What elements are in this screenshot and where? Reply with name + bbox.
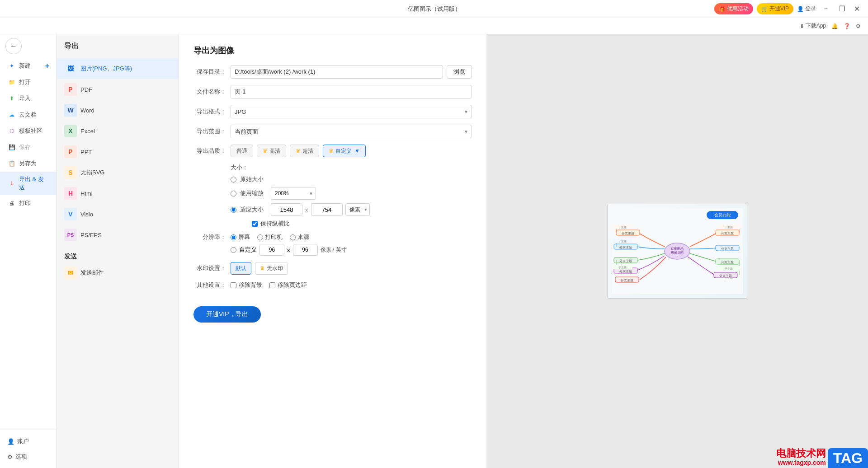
res-printer: 打印机: [257, 233, 283, 241]
sidebar-item-account-label: 账户: [17, 437, 29, 445]
quality-normal-btn[interactable]: 普通: [231, 145, 253, 157]
help-button[interactable]: ❓: [844, 23, 850, 29]
account-icon: 👤: [7, 438, 14, 445]
back-button[interactable]: ←: [5, 38, 22, 54]
settings-toolbar-button[interactable]: ⚙: [856, 23, 861, 29]
source-radio[interactable]: [290, 234, 296, 240]
promo-button[interactable]: 🎁 优惠活动: [714, 3, 753, 14]
printer-radio[interactable]: [257, 234, 263, 240]
sidebar-item-new[interactable]: ✦ 新建 +: [0, 58, 57, 74]
quality-group: 普通 ♛ 高清 ♛ 超清 ♛ 自定义 ▼: [231, 145, 366, 157]
range-select[interactable]: 当前页面 所有页面 选中内容: [231, 125, 472, 138]
export-item-pseps[interactable]: PS PS/EPS: [57, 225, 179, 245]
scale-size-radio[interactable]: [231, 191, 236, 197]
sidebar-item-account[interactable]: 👤 账户: [0, 434, 57, 449]
scale-size-label[interactable]: 使用缩放: [240, 189, 264, 197]
quality-ultra-btn[interactable]: ♛ 超清: [290, 145, 319, 157]
custom-res-label[interactable]: 自定义: [239, 246, 257, 254]
scale-select[interactable]: 200% 100% 150% 300%: [271, 187, 316, 200]
keep-ratio-label[interactable]: 保持纵横比: [260, 220, 290, 228]
filename-input[interactable]: [231, 85, 472, 98]
sidebar-item-saveas[interactable]: 📋 另存为: [0, 155, 57, 172]
download-app-button[interactable]: ⬇ 下载App: [800, 22, 826, 30]
no-watermark-btn[interactable]: ♛ 无水印: [255, 262, 288, 275]
quality-high-btn[interactable]: ♛ 高清: [257, 145, 286, 157]
remove-bg-checkbox[interactable]: [231, 282, 236, 288]
send-section-title: 发送: [64, 253, 77, 260]
export-vip-button[interactable]: 开通VIP，导出: [193, 306, 261, 323]
format-select[interactable]: JPG PNG BMP TIFF SVG: [231, 105, 472, 118]
svg-export-icon: S: [64, 166, 77, 179]
custom-res-radio[interactable]: [231, 247, 236, 253]
svg-text:子主题: 子主题: [725, 225, 733, 229]
quality-label: 导出品质：: [193, 147, 226, 155]
user-icon: 👤: [797, 6, 804, 12]
preview-card: 会员功能 亿图图示 思维导图 分支主题: [607, 204, 747, 299]
size-section: 大小： 原始大小 使用缩放 200% 100% 150%: [193, 164, 472, 228]
export-item-image[interactable]: 🖼 图片(PNG、JPG等): [57, 58, 179, 79]
printer-label[interactable]: 打印机: [265, 233, 283, 241]
sidebar-item-template[interactable]: ⬡ 模板社区: [0, 123, 57, 139]
remove-border-checkbox[interactable]: [269, 282, 275, 288]
sidebar-item-export[interactable]: ⤓ 导出 & 发送: [0, 172, 57, 195]
remove-border-label[interactable]: 移除页边距: [278, 281, 307, 289]
original-size-row: 原始大小: [193, 175, 472, 183]
height-input[interactable]: [311, 203, 343, 216]
gear-icon: ⚙: [856, 23, 861, 29]
source-label[interactable]: 来源: [297, 233, 309, 241]
adaptive-size-label[interactable]: 适应大小: [240, 206, 264, 214]
screen-label[interactable]: 屏幕: [238, 233, 250, 241]
original-size-radio[interactable]: [231, 177, 236, 183]
quality-dropdown-arrow: ▼: [354, 148, 360, 154]
filename-label: 文件名称：: [193, 88, 226, 96]
watermark-default-btn[interactable]: 默认: [231, 262, 251, 275]
remove-bg-item: 移除背景: [231, 281, 262, 289]
sidebar-item-save: 💾 保存: [0, 139, 57, 155]
screen-radio[interactable]: [231, 234, 236, 240]
window-controls: － ❐ ✕: [820, 3, 863, 14]
email-export-icon: ✉: [64, 267, 77, 279]
sidebar-item-import[interactable]: ⬆ 导入: [0, 90, 57, 107]
keep-ratio-checkbox[interactable]: [252, 221, 258, 227]
size-title: 大小：: [193, 164, 472, 172]
export-item-word-label: Word: [80, 107, 94, 114]
svg-text:思维导图: 思维导图: [670, 251, 684, 255]
restore-button[interactable]: ❐: [836, 4, 848, 14]
pdf-export-icon: P: [64, 83, 77, 96]
custom-res-input1[interactable]: [259, 244, 284, 256]
custom-res-input2[interactable]: [293, 244, 318, 256]
sidebar-item-open[interactable]: 📁 打开: [0, 74, 57, 90]
preview-area: 会员功能 亿图图示 思维导图 分支主题: [486, 34, 868, 468]
sidebar-item-saveas-label: 另存为: [19, 159, 37, 168]
sidebar-item-options[interactable]: ⚙ 选项: [0, 449, 57, 464]
close-button[interactable]: ✕: [851, 4, 863, 14]
original-size-label[interactable]: 原始大小: [240, 175, 264, 183]
vip-button[interactable]: 🛒 开通VIP: [757, 3, 793, 14]
unit-select[interactable]: 像素 厘米 英寸: [345, 203, 370, 216]
quality-custom-btn[interactable]: ♛ 自定义 ▼: [323, 145, 366, 157]
export-item-html[interactable]: H Html: [57, 183, 179, 204]
login-button[interactable]: 👤 登录: [797, 5, 816, 13]
export-item-ppt[interactable]: P PPT: [57, 141, 179, 162]
save-path-input[interactable]: [231, 65, 443, 79]
export-item-word[interactable]: W Word: [57, 100, 179, 121]
sidebar-item-print[interactable]: 🖨 打印: [0, 195, 57, 211]
export-item-pdf[interactable]: P PDF: [57, 79, 179, 100]
export-item-excel[interactable]: X Excel: [57, 121, 179, 141]
export-item-email[interactable]: ✉ 发送邮件: [57, 262, 179, 283]
adaptive-size-radio[interactable]: [231, 207, 236, 213]
export-item-visio[interactable]: V Visio: [57, 204, 179, 225]
remove-bg-label[interactable]: 移除背景: [239, 281, 262, 289]
sidebar-item-export-label: 导出 & 发送: [19, 175, 49, 192]
quality-row: 导出品质： 普通 ♛ 高清 ♛ 超清 ♛ 自定义: [193, 145, 472, 157]
minimize-button[interactable]: －: [820, 3, 832, 14]
export-item-svg[interactable]: S 无损SVG: [57, 162, 179, 183]
send-section: 发送: [57, 249, 179, 262]
export-item-excel-label: Excel: [80, 128, 95, 135]
resolution-section: 分辨率： 屏幕 打印机 来源: [193, 233, 472, 256]
browse-button[interactable]: 浏览: [447, 65, 472, 79]
size-x-separator: x: [305, 206, 308, 213]
sidebar-item-cloud[interactable]: ☁ 云文档: [0, 107, 57, 123]
notification-button[interactable]: 🔔: [831, 23, 838, 29]
width-input[interactable]: [271, 203, 302, 216]
